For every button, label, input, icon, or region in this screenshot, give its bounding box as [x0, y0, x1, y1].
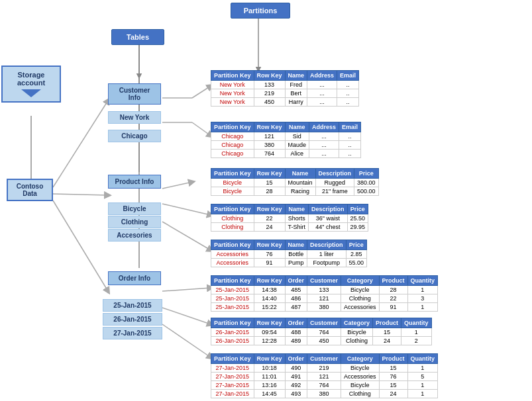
col-row-key: Row Key — [254, 204, 285, 214]
col-row-key: Row Key — [254, 318, 285, 328]
col-partition-key: Partition Key — [211, 276, 254, 286]
partition-newyork: New York — [108, 111, 161, 124]
col-email: Email — [339, 122, 361, 132]
table-row: New York219Bert..... — [211, 89, 359, 98]
partition-26jan: 26-Jan-2015 — [103, 313, 162, 326]
table-product-accessories: Partition Key Row Key Name Description P… — [211, 240, 367, 267]
col-address: Address — [307, 71, 337, 81]
table-row: 27-Jan-201513:16492764Bicycle151 — [211, 381, 438, 390]
tables-label: Tables — [111, 29, 164, 45]
table-row: 26-Jan-201512:28489450Clothing242 — [211, 337, 432, 345]
col-product: Product — [373, 318, 401, 328]
svg-line-13 — [192, 122, 211, 136]
table-row: 27-Jan-201514:45493380Clothing241 — [211, 390, 438, 398]
svg-line-17 — [162, 288, 211, 291]
col-customer: Customer — [307, 318, 341, 328]
col-partition-key: Partition Key — [211, 122, 254, 132]
col-order: Order — [285, 276, 307, 286]
col-row-key: Row Key — [254, 122, 285, 132]
svg-line-9 — [53, 200, 108, 291]
col-order: Order — [285, 354, 307, 364]
table-row: Chicago380Maude..... — [211, 141, 361, 150]
partition-accessories: Accesories — [108, 229, 161, 242]
col-address: Address — [309, 122, 339, 132]
col-price: Price — [346, 240, 367, 250]
table-row: 25-Jan-201514:38485133Bicycle281 — [211, 286, 438, 294]
table-row: 25-Jan-201514:40486121Clothing223 — [211, 294, 438, 303]
col-partition-key: Partition Key — [211, 318, 254, 328]
svg-line-16 — [162, 222, 211, 250]
svg-line-8 — [53, 194, 108, 195]
partition-bicycle: Bicycle — [108, 202, 161, 215]
col-row-key: Row Key — [254, 169, 285, 179]
table-product-bicycle: Partition Key Row Key Name Description P… — [211, 168, 379, 196]
col-category: Category — [341, 354, 380, 364]
col-row-key: Row Key — [254, 276, 285, 286]
table-row: 25-Jan-201515:22487380Accessories911 — [211, 303, 438, 312]
col-name: Name — [285, 122, 309, 132]
col-partition-key: Partition Key — [211, 240, 254, 250]
col-price: Price — [347, 204, 368, 214]
col-price: Price — [354, 169, 379, 179]
col-product: Product — [379, 354, 407, 364]
partition-27jan: 27-Jan-2015 — [103, 327, 162, 339]
table-row: 27-Jan-201511:01491121Accessories765 — [211, 373, 438, 381]
table-row: Bicycle28Racing21" frame500.00 — [211, 187, 379, 196]
col-name: Name — [285, 240, 307, 250]
table-row: New York133Fred..... — [211, 81, 359, 89]
contoso-data-box: Contoso Data — [7, 179, 53, 201]
table-order-25jan: Partition Key Row Key Order Customer Cat… — [211, 275, 438, 312]
table-row: 26-Jan-201509:54488764Bicycle151 — [211, 328, 432, 337]
col-quantity: Quantity — [401, 318, 432, 328]
col-row-key: Row Key — [254, 354, 285, 364]
col-row-key: Row Key — [254, 240, 285, 250]
table-row: Accessories91PumpFootpump55.00 — [211, 259, 367, 267]
col-partition-key: Partition Key — [211, 71, 254, 81]
table-row: Accessories76Bottle1 liter2.85 — [211, 250, 367, 259]
col-category: Category — [341, 318, 373, 328]
partition-chicago: Chicago — [108, 130, 161, 142]
col-partition-key: Partition Key — [211, 204, 254, 214]
col-quantity: Quantity — [407, 276, 438, 286]
order-info-box: Order Info — [108, 271, 161, 285]
svg-line-11 — [192, 86, 211, 98]
col-product: Product — [379, 276, 407, 286]
customer-info-box: Customer Info — [108, 83, 161, 105]
table-product-clothing: Partition Key Row Key Name Description P… — [211, 204, 368, 232]
col-partition-key: Partition Key — [211, 169, 254, 179]
svg-line-19 — [162, 324, 211, 357]
product-info-box: Product Info — [108, 175, 161, 189]
table-row: New York450Harry..... — [211, 98, 359, 107]
col-name: Name — [285, 169, 315, 179]
svg-line-7 — [53, 101, 108, 187]
svg-line-15 — [162, 204, 211, 215]
col-name: Name — [285, 71, 307, 81]
table-customer-chicago: Partition Key Row Key Name Address Email… — [211, 122, 361, 158]
table-order-27jan: Partition Key Row Key Order Customer Cat… — [211, 353, 438, 398]
partition-clothing: Clothing — [108, 216, 161, 228]
col-description: Description — [315, 169, 354, 179]
table-row: Clothing24T-Shirt44" chest29.95 — [211, 223, 368, 232]
table-row: Chicago764Alice..... — [211, 150, 361, 158]
partitions-label: Partitions — [231, 3, 290, 19]
diagram-container: Partitions Tables Storage account Contos… — [0, 0, 532, 401]
col-quantity: Quantity — [407, 354, 438, 364]
col-customer: Customer — [307, 354, 341, 364]
svg-line-18 — [162, 308, 211, 324]
table-row: 27-Jan-201510:18490219Bicycle151 — [211, 364, 438, 373]
table-row: Bicycle15MountainRugged380.00 — [211, 179, 379, 187]
col-category: Category — [341, 276, 380, 286]
col-description: Description — [307, 240, 346, 250]
table-customer-newyork: Partition Key Row Key Name Address Email… — [211, 70, 359, 107]
col-order: Order — [285, 318, 307, 328]
table-row: Chicago121Sid..... — [211, 132, 361, 141]
col-partition-key: Partition Key — [211, 354, 254, 364]
table-order-26jan: Partition Key Row Key Order Customer Cat… — [211, 318, 432, 345]
col-name: Name — [285, 204, 309, 214]
col-email: Email — [337, 71, 359, 81]
storage-account-box: Storage account — [1, 66, 61, 103]
svg-line-14 — [162, 182, 192, 189]
col-description: Description — [309, 204, 348, 214]
col-row-key: Row Key — [254, 71, 285, 81]
partition-25jan: 25-Jan-2015 — [103, 299, 162, 312]
